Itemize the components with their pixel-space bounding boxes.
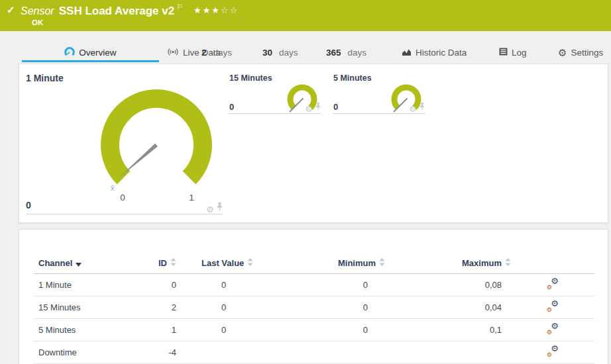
flag-icon[interactable]: ⚐ xyxy=(176,3,183,11)
channels-panel: Channel ID Last Value Minimum Maximum 1 … xyxy=(19,229,608,364)
cell-channel[interactable]: Downtime xyxy=(34,341,133,363)
gauges-panel: 1 Minute x̄ 0 1 0 ⚙ 15 Minutes 0 ⚙ 5 Min… xyxy=(19,64,608,223)
tab-30-days[interactable]: 30 days xyxy=(262,31,298,64)
tab-number: 365 xyxy=(326,48,341,58)
mean-marker: x̄ xyxy=(111,184,115,192)
area-chart-icon xyxy=(402,48,412,58)
tab-unit: days xyxy=(279,48,298,58)
sort-icon xyxy=(379,258,385,267)
cell-minimum xyxy=(272,341,385,363)
gauge-1-minute xyxy=(90,79,223,211)
tab-label: Historic Data xyxy=(416,48,467,58)
tab-label: Log xyxy=(512,48,527,58)
object-kind-label: Sensor xyxy=(21,5,54,17)
cell-last-value: 0 xyxy=(176,296,272,318)
gauge-current-value: 0 xyxy=(26,200,31,210)
priority-stars[interactable]: ★★★☆☆ xyxy=(194,5,239,15)
cell-maximum: 0,1 xyxy=(385,318,511,341)
pin-icon[interactable] xyxy=(217,202,223,214)
gauge-scale-min: 0 xyxy=(120,193,125,203)
cell-minimum: 0 xyxy=(272,318,385,341)
cell-last-value xyxy=(176,341,272,363)
gauge-block-15-minutes: 15 Minutes 0 ⚙ xyxy=(229,72,321,114)
column-header-id[interactable]: ID xyxy=(133,253,176,273)
gauge-scale-max: 1 xyxy=(189,193,194,203)
status-check-icon: ✓ xyxy=(7,4,15,16)
page-title: SSH Load Average v2 xyxy=(59,5,174,17)
broadcast-icon xyxy=(167,48,179,58)
table-row-1-minute[interactable]: 1 Minute 0 0 0 0,08 ⚙⚙ xyxy=(34,273,594,296)
tab-label: Settings xyxy=(571,48,603,58)
tab-historic-data[interactable]: Historic Data xyxy=(402,31,467,64)
channel-settings-icon[interactable]: ⚙⚙ xyxy=(547,346,559,356)
pin-icon[interactable] xyxy=(315,101,321,113)
cell-id: -4 xyxy=(133,341,176,363)
gauge-icon xyxy=(64,47,75,58)
cell-minimum: 0 xyxy=(272,273,385,296)
cell-maximum: 0,04 xyxy=(385,296,511,318)
gauge-underline xyxy=(26,214,223,214)
tab-settings[interactable]: ⚙ Settings xyxy=(558,31,603,64)
column-header-actions xyxy=(511,253,594,273)
chevron-down-icon xyxy=(76,263,82,267)
log-list-icon xyxy=(499,48,508,58)
sort-icon xyxy=(170,258,176,267)
gauge-current-value: 0 xyxy=(229,102,234,112)
gauge-settings-icon[interactable]: ⚙ xyxy=(206,206,214,214)
table-row-15-minutes[interactable]: 15 Minutes 2 0 0 0,04 ⚙⚙ xyxy=(34,296,594,318)
channel-table: Channel ID Last Value Minimum Maximum 1 … xyxy=(34,253,594,364)
sort-icon xyxy=(247,258,253,267)
gauge-settings-icon[interactable]: ⚙ xyxy=(409,105,417,113)
cell-id: 2 xyxy=(133,296,176,318)
cell-channel[interactable]: 5 Minutes xyxy=(34,318,133,341)
tab-number: 2 xyxy=(201,48,207,58)
cell-maximum: 0,08 xyxy=(385,273,511,296)
tab-2-days[interactable]: 2 days xyxy=(201,31,232,64)
tab-365-days[interactable]: 365 days xyxy=(326,31,366,64)
cell-last-value: 0 xyxy=(176,273,272,296)
pin-icon[interactable] xyxy=(419,101,425,113)
status-badge: OK xyxy=(32,19,43,26)
cell-id: 0 xyxy=(133,273,176,296)
gauge-block-5-minutes: 5 Minutes 0 ⚙ xyxy=(333,72,425,114)
column-header-channel[interactable]: Channel xyxy=(34,253,133,273)
tab-bar: Overview Live Data 2 days 30 days 365 da… xyxy=(0,31,611,64)
gauge-title-5-minutes: 5 Minutes xyxy=(333,73,372,83)
tab-label: Overview xyxy=(79,48,116,58)
channel-settings-icon[interactable]: ⚙⚙ xyxy=(547,324,559,334)
tab-unit: days xyxy=(213,48,233,58)
column-header-maximum[interactable]: Maximum xyxy=(385,253,511,273)
cell-id: 1 xyxy=(133,318,176,341)
cell-last-value: 0 xyxy=(176,318,272,341)
gear-icon: ⚙ xyxy=(558,48,567,57)
sort-icon xyxy=(505,258,511,267)
column-header-last-value[interactable]: Last Value xyxy=(176,253,272,273)
cell-minimum: 0 xyxy=(272,296,385,318)
gauge-title-1-minute: 1 Minute xyxy=(26,73,64,83)
tab-overview[interactable]: Overview xyxy=(22,31,159,64)
gauge-current-value: 0 xyxy=(333,102,338,112)
tab-log[interactable]: Log xyxy=(499,31,527,64)
table-row-downtime[interactable]: Downtime -4 ⚙⚙ xyxy=(34,341,594,363)
sensor-status-header: ✓ SensorSSH Load Average v2⚐★★★☆☆ OK xyxy=(0,0,611,31)
cell-channel[interactable]: 15 Minutes xyxy=(34,296,133,318)
column-header-minimum[interactable]: Minimum xyxy=(272,253,385,273)
channel-settings-icon[interactable]: ⚙⚙ xyxy=(547,301,559,311)
gauge-settings-icon[interactable]: ⚙ xyxy=(305,105,313,113)
table-header-row: Channel ID Last Value Minimum Maximum xyxy=(34,253,594,273)
cell-maximum xyxy=(385,341,511,363)
cell-channel[interactable]: 1 Minute xyxy=(34,273,133,296)
tab-unit: days xyxy=(348,48,367,58)
gauge-title-15-minutes: 15 Minutes xyxy=(229,73,272,83)
channel-settings-icon[interactable]: ⚙⚙ xyxy=(547,279,559,289)
tab-number: 30 xyxy=(262,48,272,58)
table-row-5-minutes[interactable]: 5 Minutes 1 0 0 0,1 ⚙⚙ xyxy=(34,318,594,341)
